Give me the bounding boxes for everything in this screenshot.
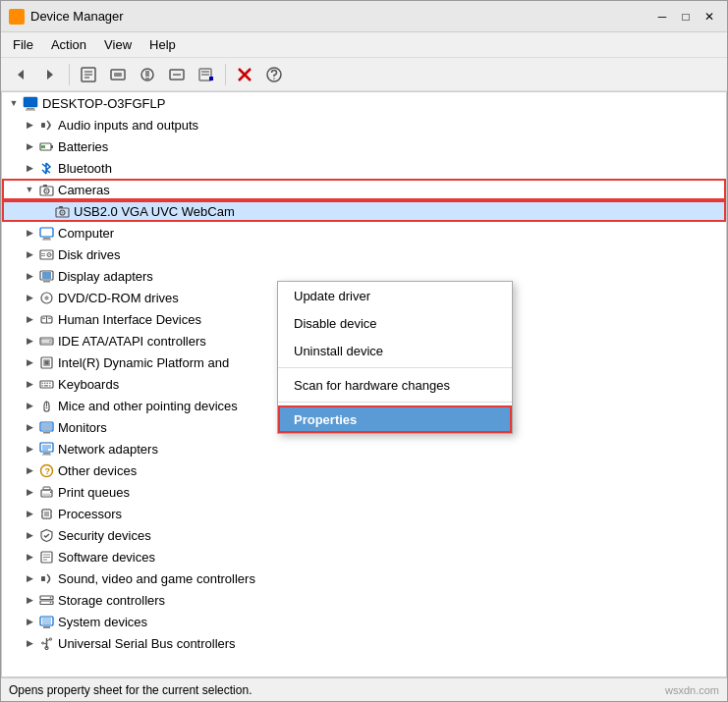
mice-expand-icon[interactable]: ▶: [22, 398, 37, 413]
software-icon: [37, 548, 55, 566]
status-bar: Opens property sheet for the current sel…: [1, 677, 727, 701]
keyboards-icon: [37, 375, 55, 393]
svg-rect-41: [43, 238, 50, 240]
intel-expand-icon[interactable]: ▶: [22, 354, 37, 370]
svg-rect-26: [27, 108, 34, 110]
uninstall-button[interactable]: [163, 62, 191, 87]
keyboards-expand-icon[interactable]: ▶: [22, 376, 37, 392]
tree-item-bluetooth[interactable]: ▶ Bluetooth: [2, 157, 726, 179]
tree-item-software[interactable]: ▶ Software devices: [2, 546, 726, 567]
batteries-icon: [37, 137, 55, 155]
ctx-scan-hardware[interactable]: Scan for hardware changes: [278, 371, 512, 399]
print-expand-icon[interactable]: ▶: [22, 484, 37, 500]
svg-rect-42: [42, 239, 51, 240]
dvd-expand-icon[interactable]: ▶: [22, 290, 37, 305]
display-expand-icon[interactable]: ▶: [22, 268, 37, 284]
network-expand-icon[interactable]: ▶: [22, 441, 37, 457]
menu-action[interactable]: Action: [43, 35, 94, 54]
tree-item-disk[interactable]: ▶ Disk drives: [2, 243, 726, 265]
tree-item-usb[interactable]: ▶ Universal Serial Bus controllers: [2, 632, 726, 654]
other-expand-icon[interactable]: ▶: [22, 462, 37, 478]
audio-expand-icon[interactable]: ▶: [22, 117, 37, 133]
forward-button[interactable]: [36, 62, 64, 87]
ctx-properties[interactable]: Properties: [278, 405, 512, 433]
svg-point-73: [45, 406, 47, 408]
minimize-button[interactable]: ─: [652, 7, 672, 27]
cameras-expand-icon[interactable]: ▼: [22, 182, 37, 197]
maximize-button[interactable]: □: [676, 7, 696, 27]
sound-icon: [37, 569, 55, 587]
ctx-disable-device[interactable]: Disable device: [278, 309, 512, 337]
root-expand-icon[interactable]: ▼: [6, 95, 22, 111]
tree-item-security[interactable]: ▶ Security devices: [2, 524, 726, 546]
computer-label: Computer: [58, 226, 114, 241]
computer-icon: [22, 94, 39, 112]
usb-expand-icon[interactable]: ▶: [22, 635, 37, 651]
menu-view[interactable]: View: [96, 35, 140, 54]
disk-expand-icon[interactable]: ▶: [22, 246, 37, 262]
delete-button[interactable]: [231, 62, 258, 87]
other-icon: ?: [37, 461, 55, 479]
tree-item-computer[interactable]: ▶ Computer: [2, 222, 726, 243]
webcam-label: USB2.0 VGA UVC WebCam: [74, 204, 235, 219]
tree-item-sound[interactable]: ▶ Sound, video and game controllers: [2, 567, 726, 589]
help-button[interactable]: [260, 62, 288, 87]
computer-tree-icon: [37, 224, 55, 242]
svg-rect-111: [43, 626, 50, 628]
scan-button[interactable]: [193, 62, 220, 87]
device-tree[interactable]: ▼ DESKTOP-O3FGFLP ▶: [1, 91, 727, 677]
menu-file[interactable]: File: [5, 35, 41, 54]
toolbar-separator-2: [225, 64, 226, 85]
sound-label: Sound, video and game controllers: [58, 571, 255, 586]
sound-expand-icon[interactable]: ▶: [22, 570, 37, 586]
svg-rect-0: [12, 12, 16, 16]
svg-rect-79: [42, 454, 51, 455]
processors-expand-icon[interactable]: ▶: [22, 506, 37, 521]
update-driver-button[interactable]: [104, 62, 132, 87]
security-expand-icon[interactable]: ▶: [22, 527, 37, 543]
svg-rect-70: [44, 385, 48, 387]
ctx-separator-1: [278, 367, 512, 368]
ctx-uninstall-device[interactable]: Uninstall device: [278, 337, 512, 364]
webcam-expand-icon: [37, 203, 53, 219]
computer-expand-icon[interactable]: ▶: [22, 225, 37, 241]
svg-point-109: [49, 601, 51, 603]
back-button[interactable]: [7, 62, 34, 87]
tree-item-processors[interactable]: ▶: [2, 503, 726, 524]
tree-item-cameras[interactable]: ▼ Cameras: [2, 179, 726, 200]
svg-point-53: [46, 297, 47, 298]
dvd-label: DVD/CD-ROM drives: [58, 291, 179, 305]
tree-item-other[interactable]: ▶ ? Other devices: [2, 459, 726, 481]
properties-button[interactable]: [75, 62, 102, 87]
svg-rect-14: [145, 78, 149, 80]
svg-rect-77: [40, 443, 53, 452]
svg-rect-39: [59, 206, 63, 208]
ide-expand-icon[interactable]: ▶: [22, 333, 37, 349]
tree-item-print[interactable]: ▶ Print queues: [2, 481, 726, 503]
system-expand-icon[interactable]: ▶: [22, 614, 37, 629]
toggle-button[interactable]: [134, 62, 161, 87]
processors-label: Processors: [58, 507, 122, 521]
window-controls: ─ □ ✕: [652, 7, 719, 27]
monitors-expand-icon[interactable]: ▶: [22, 419, 37, 435]
batteries-expand-icon[interactable]: ▶: [22, 138, 37, 154]
tree-item-webcam[interactable]: USB2.0 VGA UVC WebCam: [2, 200, 726, 222]
device-manager-window: Device Manager ─ □ ✕ File Action View He…: [0, 0, 728, 702]
software-label: Software devices: [58, 550, 155, 565]
software-expand-icon[interactable]: ▶: [22, 549, 37, 565]
ctx-update-driver[interactable]: Update driver: [278, 282, 512, 309]
tree-root[interactable]: ▼ DESKTOP-O3FGFLP: [2, 92, 726, 114]
bluetooth-expand-icon[interactable]: ▶: [22, 160, 37, 176]
tree-item-network[interactable]: ▶ Network adapters: [2, 438, 726, 459]
tree-item-system[interactable]: ▶ System devices: [2, 611, 726, 632]
tree-item-storage[interactable]: ▶ Storage controllers: [2, 589, 726, 611]
menu-help[interactable]: Help: [141, 35, 184, 54]
tree-item-audio[interactable]: ▶ Audio inputs and outputs: [2, 114, 726, 135]
storage-expand-icon[interactable]: ▶: [22, 592, 37, 608]
hid-expand-icon[interactable]: ▶: [22, 311, 37, 327]
close-button[interactable]: ✕: [700, 7, 719, 27]
svg-rect-86: [43, 487, 50, 490]
svg-rect-1: [18, 12, 22, 16]
tree-item-batteries[interactable]: ▶ Batteries: [2, 135, 726, 157]
ctx-separator-2: [278, 402, 512, 403]
